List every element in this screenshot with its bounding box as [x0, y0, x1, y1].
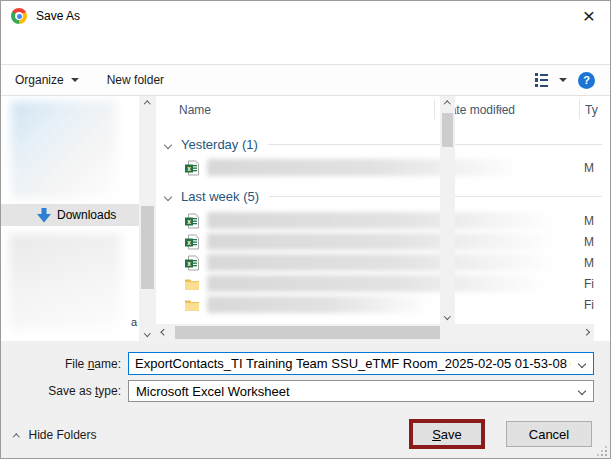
scroll-up-icon[interactable] [440, 96, 455, 112]
chevron-down-icon[interactable] [571, 388, 593, 394]
file-name-label: File name: [1, 357, 121, 371]
svg-text:x: x [187, 165, 191, 172]
help-icon[interactable]: ? [578, 72, 595, 89]
blurred-sidebar-content [9, 234, 121, 330]
scrollbar-thumb[interactable] [442, 113, 453, 147]
blurred-file-name [207, 233, 557, 250]
dropdown-triangle-icon [71, 78, 79, 82]
group-header-yesterday[interactable]: Yesterday (1) [156, 135, 602, 153]
title-bar: Save As × [1, 1, 610, 31]
downloads-arrow-icon [37, 208, 51, 223]
blurred-file-name [207, 296, 432, 313]
scrollbar-thumb[interactable] [141, 206, 154, 289]
excel-file-icon: x [184, 255, 200, 271]
save-as-type-select[interactable]: Microsoft Excel Worksheet [128, 380, 594, 402]
blurred-file-name [207, 254, 557, 271]
file-row[interactable]: Fi [156, 273, 594, 294]
save-as-type-value: Microsoft Excel Worksheet [129, 384, 290, 399]
scrollbar-thumb[interactable] [175, 326, 453, 339]
scroll-left-icon[interactable] [156, 324, 172, 341]
folder-icon [184, 297, 200, 313]
scroll-right-icon[interactable] [578, 324, 594, 341]
save-button-highlight: Save [409, 419, 485, 449]
excel-file-icon: x [184, 160, 200, 176]
details-view-icon[interactable] [535, 73, 549, 88]
file-browser: Downloads a Name Date modified Ty [1, 96, 610, 341]
excel-file-icon: x [184, 213, 200, 229]
save-as-dialog: Save As × ← → ↑ This PC Downloads Organi… [0, 0, 611, 459]
svg-text:x: x [187, 239, 191, 246]
svg-text:x: x [187, 218, 191, 225]
file-name-combobox [128, 352, 594, 375]
file-row[interactable]: x M [156, 231, 594, 252]
cancel-button[interactable]: Cancel [506, 421, 592, 447]
column-headers: Name Date modified Ty [156, 96, 610, 122]
blurred-file-name [207, 275, 547, 292]
chevron-down-icon[interactable] [571, 361, 593, 367]
file-row[interactable]: x M [156, 210, 594, 231]
collapse-chevron-icon[interactable] [165, 189, 171, 203]
view-dropdown-icon[interactable] [559, 78, 567, 82]
svg-text:x: x [187, 260, 191, 267]
collapse-chevron-icon[interactable] [165, 137, 171, 151]
file-row[interactable]: x M [156, 157, 594, 178]
save-panel: File name: Save as type: Microsoft Excel… [1, 341, 610, 459]
column-header-type[interactable]: Ty [585, 103, 598, 117]
hide-folders-button[interactable]: Hide Folders [14, 428, 97, 442]
scroll-down-icon[interactable] [440, 308, 455, 324]
command-toolbar: Organize New folder ? [1, 64, 610, 96]
organize-button[interactable]: Organize [15, 73, 79, 87]
group-header-last-week[interactable]: Last week (5) [156, 187, 602, 205]
horizontal-scrollbar[interactable] [156, 324, 594, 341]
file-row[interactable]: Fi [156, 294, 594, 315]
chrome-icon [11, 8, 27, 24]
scroll-down-icon[interactable] [139, 325, 156, 341]
scroll-up-icon[interactable] [139, 96, 156, 112]
sidebar-text-fragment: a [131, 316, 137, 328]
column-header-name[interactable]: Name [179, 103, 211, 117]
navigation-pane: Downloads a [1, 96, 139, 341]
blurred-file-name [207, 159, 522, 176]
resize-grip[interactable] [596, 445, 607, 456]
close-icon[interactable]: × [568, 1, 610, 30]
filelist-scrollbar[interactable] [440, 96, 455, 324]
new-folder-button[interactable]: New folder [107, 73, 164, 87]
file-name-input[interactable] [129, 356, 571, 371]
navigation-bar: ← → ↑ This PC Downloads [1, 31, 610, 64]
file-list: Name Date modified Ty Yesterday (1) x M [156, 96, 610, 341]
sidebar-scrollbar[interactable] [139, 96, 156, 341]
chevron-up-icon [14, 428, 19, 442]
blurred-file-name [207, 212, 557, 229]
file-row[interactable]: x M [156, 252, 594, 273]
folder-icon [184, 276, 200, 292]
sidebar-item-downloads[interactable]: Downloads [1, 204, 139, 226]
excel-file-icon: x [184, 234, 200, 250]
save-button[interactable]: Save [413, 423, 481, 445]
blurred-sidebar-content [11, 101, 117, 199]
sort-ascending-icon [497, 98, 502, 112]
window-title: Save As [36, 9, 80, 23]
save-as-type-label: Save as type: [1, 384, 121, 398]
